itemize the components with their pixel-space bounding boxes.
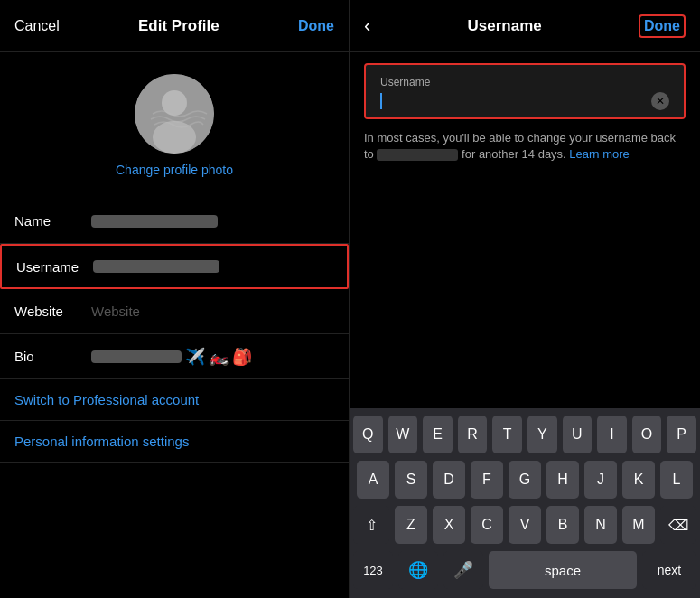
key-a[interactable]: A (357, 461, 389, 499)
username-input-label: Username (380, 76, 669, 89)
key-e[interactable]: E (423, 416, 453, 453)
key-m[interactable]: M (622, 506, 655, 544)
edit-profile-title: Edit Profile (138, 17, 219, 35)
keyboard-row-2: A S D F G H J K L (353, 461, 696, 499)
website-value: Website (91, 304, 334, 319)
key-v[interactable]: V (509, 506, 541, 544)
avatar[interactable] (135, 74, 214, 154)
bio-value: ✈️ 🏍️ 🎒 (91, 347, 334, 367)
learn-more-link[interactable]: Learn more (569, 147, 629, 161)
globe-key[interactable]: 🌐 (398, 551, 438, 589)
backspace-key[interactable]: ⌫ (660, 506, 696, 544)
text-cursor (380, 93, 382, 109)
username-value (93, 260, 332, 273)
left-done-button[interactable]: Done (298, 18, 334, 34)
key-b[interactable]: B (546, 506, 579, 544)
key-o[interactable]: O (632, 416, 662, 453)
cancel-button[interactable]: Cancel (14, 18, 60, 34)
bio-label: Bio (14, 349, 91, 364)
username-panel-title: Username (468, 17, 542, 35)
shift-key[interactable]: ⇧ (353, 506, 389, 544)
key-g[interactable]: G (509, 461, 541, 499)
username-input-row: ✕ (380, 92, 669, 110)
key-x[interactable]: X (433, 506, 465, 544)
key-k[interactable]: K (622, 461, 655, 499)
website-field-row[interactable]: Website Website (0, 289, 349, 334)
username-input-section[interactable]: Username ✕ (364, 63, 686, 119)
right-done-button[interactable]: Done (639, 14, 686, 38)
switch-professional-link[interactable]: Switch to Professional account (0, 379, 349, 421)
key-h[interactable]: H (546, 461, 579, 499)
key-123[interactable]: 123 (353, 551, 393, 589)
key-u[interactable]: U (563, 416, 593, 453)
name-field-row[interactable]: Name (0, 199, 349, 244)
keyboard-row-1: Q W E R T Y U I O P (353, 416, 696, 453)
back-button[interactable]: ‹ (364, 14, 370, 38)
bio-field-row[interactable]: Bio ✈️ 🏍️ 🎒 (0, 334, 349, 379)
key-j[interactable]: J (584, 461, 617, 499)
name-label: Name (14, 213, 91, 229)
keyboard: Q W E R T Y U I O P A S D F G H J K L ⇧ … (350, 408, 700, 598)
right-header: ‹ Username Done (350, 0, 700, 52)
key-w[interactable]: W (388, 416, 418, 453)
key-z[interactable]: Z (395, 506, 427, 544)
left-header: Cancel Edit Profile Done (0, 0, 349, 52)
change-profile-photo-button[interactable]: Change profile photo (116, 163, 233, 177)
personal-information-link[interactable]: Personal information settings (0, 421, 349, 463)
key-f[interactable]: F (471, 461, 503, 499)
name-value (91, 215, 334, 228)
key-n[interactable]: N (584, 506, 617, 544)
username-label: Username (16, 259, 93, 275)
profile-photo-section: Change profile photo (0, 52, 349, 188)
keyboard-bottom-row: 123 🌐 🎤 space next (353, 551, 696, 589)
profile-fields: Name Username Website Website Bio ✈️ 🏍️ … (0, 199, 349, 379)
key-q[interactable]: Q (353, 416, 383, 453)
key-t[interactable]: T (492, 416, 522, 453)
keyboard-row-3: ⇧ Z X C V B N M ⌫ (353, 506, 696, 544)
username-hint: In most cases, you'll be able to change … (350, 119, 700, 173)
key-c[interactable]: C (471, 506, 503, 544)
hint-text-after: for another 14 days. (462, 147, 569, 161)
key-d[interactable]: D (433, 461, 465, 499)
key-p[interactable]: P (667, 416, 696, 453)
redacted-username (377, 149, 458, 161)
key-s[interactable]: S (395, 461, 427, 499)
website-label: Website (14, 304, 91, 319)
key-y[interactable]: Y (527, 416, 557, 453)
key-r[interactable]: R (458, 416, 488, 453)
username-field-row[interactable]: Username (0, 244, 349, 289)
key-i[interactable]: I (597, 416, 627, 453)
next-key[interactable]: next (642, 551, 696, 589)
key-l[interactable]: L (660, 461, 693, 499)
username-panel: ‹ Username Done Username ✕ In most cases… (350, 0, 700, 598)
space-key[interactable]: space (489, 551, 637, 589)
clear-input-button[interactable]: ✕ (651, 92, 669, 110)
edit-profile-panel: Cancel Edit Profile Done Change profile … (0, 0, 350, 598)
mic-key[interactable]: 🎤 (443, 551, 483, 589)
